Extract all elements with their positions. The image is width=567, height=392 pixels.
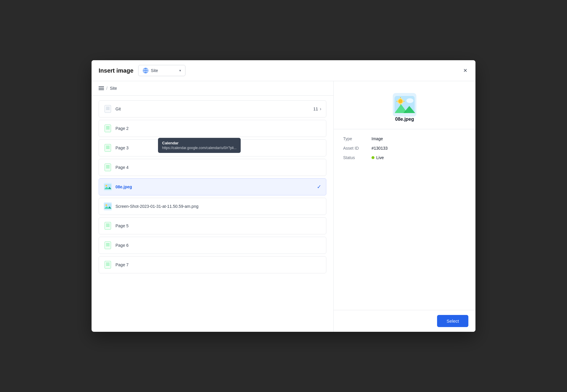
svg-point-7 <box>106 185 107 186</box>
modal-footer: Select <box>334 310 475 332</box>
list-item[interactable]: Page 4 <box>99 159 326 176</box>
list-item[interactable]: Page 2 Calendar https://calendar.google.… <box>99 120 326 137</box>
page-icon <box>104 241 112 249</box>
status-badge: Live <box>372 155 384 160</box>
svg-point-19 <box>398 99 403 103</box>
list-item[interactable]: Page 7 <box>99 256 326 273</box>
chevron-down-icon: ▾ <box>179 68 181 73</box>
asset-preview-image <box>393 93 416 117</box>
breadcrumb-separator: / <box>106 86 107 91</box>
file-name: Git <box>115 107 313 111</box>
right-panel: 08e.jpeg Type Image Asset ID #130133 Sta… <box>334 81 475 332</box>
asset-details: Type Image Asset ID #130133 Status Live <box>334 129 475 310</box>
asset-filename: 08e.jpeg <box>395 117 414 122</box>
page-icon <box>104 144 112 152</box>
breadcrumb: / Site <box>92 81 333 96</box>
image-thumbnail-icon <box>104 202 112 210</box>
file-name: Page 3 <box>115 146 321 150</box>
asset-preview: 08e.jpeg <box>334 81 475 129</box>
assetid-label: Asset ID <box>343 146 367 151</box>
site-label: Site <box>151 68 158 73</box>
page-icon <box>104 261 112 269</box>
select-button[interactable]: Select <box>437 315 468 327</box>
breadcrumb-path: Site <box>110 86 117 91</box>
list-item[interactable]: Page 5 <box>99 217 326 234</box>
detail-assetid-row: Asset ID #130133 <box>343 146 466 151</box>
list-item[interactable]: Screen-Shot-2023-01-31-at-11.50.59-am.pn… <box>99 198 326 215</box>
page-icon <box>104 163 112 172</box>
left-panel: / Site Git 11 › <box>92 81 334 332</box>
file-name: Page 5 <box>115 223 321 228</box>
file-name: Page 6 <box>115 243 321 248</box>
status-value: Live <box>376 155 384 160</box>
file-name: Screen-Shot-2023-01-31-at-11.50.59-am.pn… <box>115 204 321 209</box>
page-icon <box>104 124 112 133</box>
check-icon: ✓ <box>317 184 321 190</box>
detail-status-row: Status Live <box>343 155 466 160</box>
type-value: Image <box>372 136 383 141</box>
list-item[interactable]: Git 11 › <box>99 100 326 117</box>
type-label: Type <box>343 136 367 141</box>
insert-image-modal: Insert image Site ▾ × <box>92 60 475 332</box>
image-icon <box>104 202 112 210</box>
list-item[interactable]: 08e.jpeg ✓ <box>99 178 326 195</box>
globe-icon <box>143 68 149 74</box>
file-name: 08e.jpeg <box>115 184 314 189</box>
svg-point-26 <box>406 98 413 103</box>
image-icon <box>104 183 112 191</box>
status-label: Status <box>343 155 367 160</box>
modal-body: / Site Git 11 › <box>92 81 475 332</box>
folder-icon <box>104 105 112 113</box>
file-list: Git 11 › Page 2 <box>92 96 333 332</box>
list-item[interactable]: Page 3 <box>99 139 326 156</box>
status-dot-icon <box>372 156 374 159</box>
detail-type-row: Type Image <box>343 136 466 141</box>
site-dropdown[interactable]: Site ▾ <box>138 65 185 76</box>
close-button[interactable]: × <box>462 66 468 75</box>
arrow-right-icon: › <box>320 106 321 112</box>
modal-header: Insert image Site ▾ × <box>92 60 475 81</box>
hamburger-icon[interactable] <box>99 86 104 90</box>
list-item[interactable]: Page 6 <box>99 237 326 254</box>
page-icon <box>104 222 112 230</box>
modal-title: Insert image <box>99 67 133 74</box>
file-name: Page 4 <box>115 165 321 170</box>
file-name: Page 7 <box>115 262 321 267</box>
file-count: 11 › <box>313 106 321 112</box>
image-thumbnail-icon <box>104 183 112 191</box>
assetid-value: #130133 <box>372 146 388 151</box>
svg-point-13 <box>106 205 107 206</box>
file-name: Page 2 <box>115 126 321 131</box>
